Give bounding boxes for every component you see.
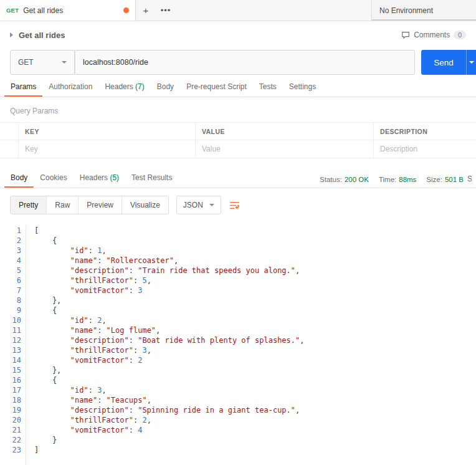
tab-label: Headers: [105, 82, 133, 91]
code-line: {: [34, 375, 476, 385]
line-number: 15: [0, 365, 21, 375]
line-number: 5: [0, 266, 21, 276]
line-number: 18: [0, 395, 21, 405]
response-view-controls: Pretty Raw Preview Visualize JSON: [0, 188, 476, 222]
line-number: 13: [0, 345, 21, 355]
code-line: "description": "Boat ride with plenty of…: [34, 335, 476, 345]
line-number: 10: [0, 315, 21, 325]
view-visualize-button[interactable]: Visualize: [122, 196, 168, 214]
value-input[interactable]: [202, 145, 367, 153]
key-input[interactable]: [25, 145, 189, 153]
request-tab[interactable]: GET Get all rides: [0, 0, 136, 21]
method-value: GET: [18, 58, 34, 67]
line-number: 2: [0, 236, 21, 246]
query-params-title: Query Params: [0, 97, 476, 122]
line-number: 21: [0, 425, 21, 435]
tab-bar: GET Get all rides + ••• No Environment: [0, 0, 476, 21]
code-line: "vomitFactor": 3: [34, 285, 476, 295]
environment-selector[interactable]: No Environment: [371, 0, 476, 21]
table-row: [0, 140, 476, 158]
code-lines: [ { "id": 1, "name": "Rollercoaster", "d…: [26, 226, 476, 465]
size-label: Size:: [426, 176, 442, 183]
code-line: "vomitFactor": 4: [34, 425, 476, 435]
line-number: 8: [0, 295, 21, 305]
response-body-editor[interactable]: 1234567891011121314151617181920212223 [ …: [0, 222, 476, 465]
line-number: 19: [0, 405, 21, 415]
response-tab-cookies[interactable]: Cookies: [34, 168, 73, 188]
tab-tests[interactable]: Tests: [253, 77, 283, 97]
line-number: 23: [0, 445, 21, 455]
tab-label: Tests: [259, 82, 277, 91]
description-input[interactable]: [380, 145, 470, 153]
response-tabs: Body Cookies Headers (5) Test Results St…: [0, 168, 476, 188]
response-tab-body[interactable]: Body: [4, 168, 34, 188]
comments-label: Comments: [414, 31, 450, 39]
line-number: 7: [0, 285, 21, 295]
tab-label: Test Results: [131, 173, 172, 182]
environment-label: No Environment: [379, 6, 433, 15]
code-line: [: [34, 226, 476, 236]
line-number: 22: [0, 435, 21, 445]
tab-headers[interactable]: Headers (7): [98, 77, 150, 97]
tab-label: Settings: [289, 82, 316, 91]
comments-button[interactable]: Comments 0: [401, 31, 466, 39]
save-response-button[interactable]: Save Response: [467, 175, 472, 188]
code-line: "name": "Teacups",: [34, 395, 476, 405]
request-header: Get all rides Comments 0: [0, 21, 476, 49]
status-value: 200 OK: [345, 176, 369, 183]
tab-settings[interactable]: Settings: [283, 77, 322, 97]
tab-authorization[interactable]: Authorization: [42, 77, 98, 97]
response-tab-test-results[interactable]: Test Results: [125, 168, 178, 188]
method-select[interactable]: GET: [10, 50, 75, 75]
url-input[interactable]: [75, 50, 415, 75]
language-select[interactable]: JSON: [176, 196, 221, 214]
tab-params[interactable]: Params: [4, 77, 42, 97]
code-line: },: [34, 295, 476, 305]
response-headers-count: (5): [110, 173, 119, 182]
row-handle-cell: [0, 140, 19, 158]
row-handle-cell: [0, 123, 19, 140]
line-numbers: 1234567891011121314151617181920212223: [0, 226, 26, 465]
code-line: "vomitFactor": 2: [34, 355, 476, 365]
collapse-arrow-icon[interactable]: [10, 32, 13, 37]
line-number: 11: [0, 325, 21, 335]
tab-label: Headers: [80, 173, 108, 182]
unsaved-indicator-dot: [123, 7, 129, 13]
send-button[interactable]: Send: [421, 50, 466, 75]
code-line: "description": "Train ride that speeds y…: [34, 266, 476, 276]
tab-label: Authorization: [49, 82, 92, 91]
code-line: }: [34, 435, 476, 445]
code-line: ]: [34, 445, 476, 455]
line-number: 14: [0, 355, 21, 365]
code-line: "id": 1,: [34, 246, 476, 256]
size-value: 501 B: [445, 176, 464, 183]
time-label: Time:: [379, 176, 396, 183]
new-tab-button[interactable]: +: [136, 0, 156, 21]
column-header-description: DESCRIPTION: [374, 123, 476, 140]
more-options-button[interactable]: •••: [156, 0, 176, 21]
line-number: 16: [0, 375, 21, 385]
line-number: 6: [0, 276, 21, 285]
chevron-down-icon: [62, 61, 67, 64]
tab-label: Cookies: [40, 173, 67, 182]
line-number: 3: [0, 246, 21, 256]
chevron-down-icon: [469, 61, 474, 64]
line-number: 17: [0, 385, 21, 395]
tab-body[interactable]: Body: [151, 77, 180, 97]
tab-label: Body: [11, 173, 27, 182]
tab-label: Params: [11, 82, 36, 91]
response-tab-headers[interactable]: Headers (5): [74, 168, 125, 188]
wrap-lines-button[interactable]: [229, 199, 240, 211]
response-meta: Status:200 OK Time:88ms Size:501 B: [320, 176, 464, 188]
send-options-button[interactable]: [466, 50, 476, 75]
view-pretty-button[interactable]: Pretty: [11, 196, 47, 214]
time-value: 88ms: [399, 176, 416, 183]
view-preview-button[interactable]: Preview: [79, 196, 122, 214]
code-line: "id": 2,: [34, 315, 476, 325]
tab-pre-request-script[interactable]: Pre-request Script: [180, 77, 253, 97]
view-raw-button[interactable]: Raw: [47, 196, 79, 214]
code-line: "name": "Log flume",: [34, 325, 476, 335]
tab-label: Pre-request Script: [186, 82, 247, 91]
code-line: {: [34, 305, 476, 315]
code-line: "thrillFactor": 2,: [34, 415, 476, 425]
